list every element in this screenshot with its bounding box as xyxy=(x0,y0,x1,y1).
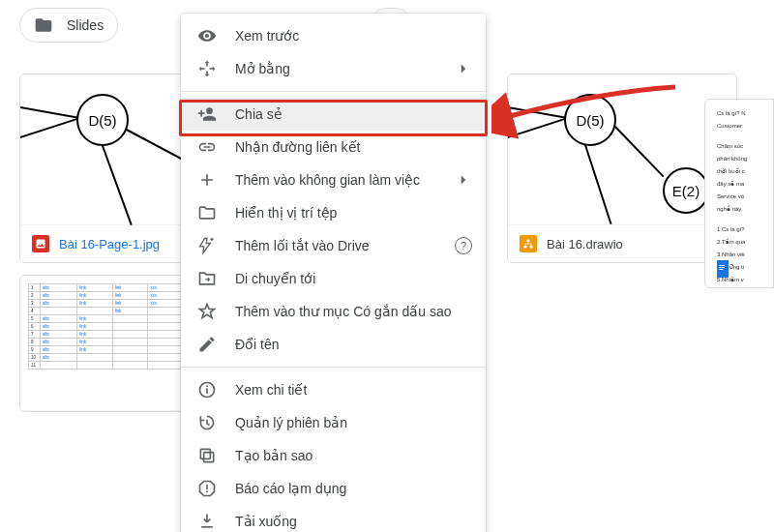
menu-label: Thêm vào thư mục Có gắn dấu sao xyxy=(235,304,452,319)
menu-label: Quản lý phiên bản xyxy=(235,415,347,430)
svg-rect-8 xyxy=(206,385,208,387)
menu-make-copy[interactable]: Tạo bản sao xyxy=(181,439,486,472)
svg-rect-9 xyxy=(204,453,214,462)
folder-icon xyxy=(34,15,53,35)
svg-rect-0 xyxy=(527,240,530,243)
menu-download[interactable]: Tải xuống xyxy=(181,505,486,532)
file-thumbnail: D(5) E(2) xyxy=(508,74,736,225)
copy-icon xyxy=(196,445,218,466)
menu-label: Thêm lối tắt vào Drive xyxy=(235,238,370,253)
svg-rect-4 xyxy=(720,267,726,268)
menu-get-link[interactable]: Nhận đường liên kết xyxy=(181,131,486,163)
link-icon xyxy=(196,136,218,158)
svg-rect-2 xyxy=(530,246,533,249)
svg-rect-3 xyxy=(720,265,726,266)
menu-label: Tạo bản sao xyxy=(235,448,313,463)
menu-show-file-location[interactable]: Hiển thị vị trí tệp xyxy=(181,196,486,229)
context-menu: Xem trước Mở bằng Chia sẻ Nhận đường liê… xyxy=(181,14,486,532)
graph-node: D(5) xyxy=(76,94,129,146)
svg-rect-11 xyxy=(206,485,208,489)
menu-separator xyxy=(181,91,486,92)
file-card[interactable]: D(5) E(2) Bài 16.drawio xyxy=(507,74,737,263)
file-thumbnail: Cs là gì? N Customer Chăm sóc phân không… xyxy=(705,100,773,251)
menu-add-to-workspace[interactable]: Thêm vào không gian làm việc xyxy=(181,163,486,196)
svg-rect-1 xyxy=(524,246,527,249)
menu-label: Mở bằng xyxy=(235,61,290,76)
svg-rect-10 xyxy=(200,449,210,458)
menu-label: Hiển thị vị trí tệp xyxy=(235,205,337,221)
chip-label: Slides xyxy=(67,17,104,33)
menu-move-to[interactable]: Di chuyển tới xyxy=(181,262,486,295)
chevron-right-icon xyxy=(455,171,472,189)
menu-label: Báo cáo lạm dụng xyxy=(235,481,346,496)
person-add-icon xyxy=(196,103,218,125)
chip-slides-folder[interactable]: Slides xyxy=(19,8,118,43)
folder-outline-icon xyxy=(196,202,218,223)
plus-icon xyxy=(196,169,218,191)
menu-label: Nhận đường liên kết xyxy=(235,139,360,155)
menu-label: Thêm vào không gian làm việc xyxy=(235,172,420,188)
menu-label: Đổi tên xyxy=(235,337,280,352)
chevron-right-icon xyxy=(455,60,472,77)
info-icon xyxy=(196,379,218,400)
star-outline-icon xyxy=(196,301,218,322)
menu-share[interactable]: Chia sẻ xyxy=(181,98,486,131)
eye-icon xyxy=(196,25,218,46)
graph-node: E(2) xyxy=(663,167,709,214)
move-to-icon xyxy=(196,268,218,289)
menu-report-abuse[interactable]: Báo cáo lạm dụng xyxy=(181,472,486,505)
drive-shortcut-icon xyxy=(196,235,218,256)
menu-label: Xem trước xyxy=(235,28,299,44)
menu-label: Di chuyển tới xyxy=(235,271,315,286)
menu-open-with[interactable]: Mở bằng xyxy=(181,52,486,85)
svg-rect-7 xyxy=(206,388,208,394)
drawio-file-icon xyxy=(520,235,537,252)
download-icon xyxy=(196,511,218,532)
menu-view-details[interactable]: Xem chi tiết xyxy=(181,373,486,406)
open-with-icon xyxy=(196,58,218,79)
menu-separator xyxy=(181,367,486,368)
rename-icon xyxy=(196,334,218,355)
report-icon xyxy=(196,478,218,499)
help-icon[interactable]: ? xyxy=(455,237,472,254)
menu-rename[interactable]: Đổi tên xyxy=(181,328,486,361)
file-footer: Bài 16.drawio xyxy=(508,225,736,262)
history-icon xyxy=(196,412,218,433)
file-card[interactable]: Cs là gì? N Customer Chăm sóc phân không… xyxy=(704,99,774,288)
svg-rect-12 xyxy=(206,491,208,493)
file-name: Bài 16-Page-1.jpg xyxy=(59,237,160,251)
graph-node: D(5) xyxy=(564,94,616,146)
menu-preview[interactable]: Xem trước xyxy=(181,19,486,52)
menu-add-to-starred[interactable]: Thêm vào thư mục Có gắn dấu sao xyxy=(181,295,486,328)
file-name: Bài 16.drawio xyxy=(547,237,623,251)
menu-label: Chia sẻ xyxy=(235,106,283,122)
menu-add-shortcut[interactable]: Thêm lối tắt vào Drive ? xyxy=(181,229,486,262)
menu-label: Tải xuống xyxy=(235,514,297,529)
svg-rect-5 xyxy=(720,269,724,270)
image-file-icon xyxy=(32,235,49,252)
docs-file-icon xyxy=(717,260,729,278)
menu-manage-versions[interactable]: Quản lý phiên bản xyxy=(181,406,486,439)
menu-label: Xem chi tiết xyxy=(235,382,307,398)
